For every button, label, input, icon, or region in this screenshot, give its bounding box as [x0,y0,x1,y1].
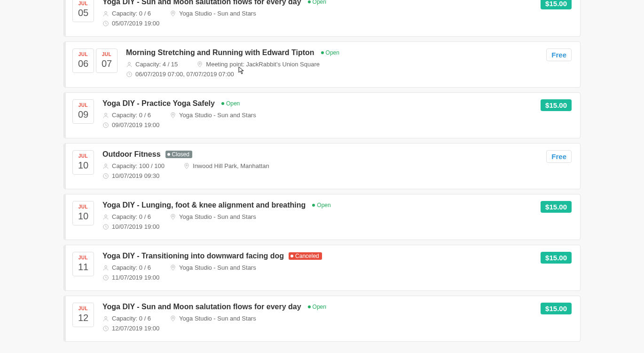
svg-point-12 [105,215,107,217]
event-card[interactable]: JUL12Yoga DIY - Sun and Moon salutation … [63,296,581,342]
location-text: Yoga Studio - Sun and Stars [179,264,256,271]
date-column: JUL10 [72,201,94,233]
date-month: JUL [96,49,117,57]
status-badge: Closed [165,151,192,158]
date-day: 05 [73,6,94,19]
datetime-text: 10/07/2019 09:30 [112,172,159,179]
datetime-text: 10/07/2019 19:00 [112,223,159,230]
svg-point-4 [199,63,201,64]
event-card[interactable]: JUL11Yoga DIY - Transitioning into downw… [63,245,581,291]
capacity-text: Capacity: 0 / 6 [112,10,151,17]
datetime-text: 05/07/2019 19:00 [112,20,159,27]
svg-point-9 [105,164,107,166]
event-card[interactable]: JUL06JUL07Morning Stretching and Running… [63,41,581,88]
location: Meeting point: JackRabbit's Union Square [196,61,320,68]
price-column: $15.00 [541,303,572,335]
title-row: Yoga DIY - Sun and Moon salutation flows… [102,303,541,311]
clock-icon [102,122,109,128]
datetime-text: 09/07/2019 19:00 [112,121,159,128]
person-icon [102,163,109,169]
person-icon [102,112,109,119]
event-title[interactable]: Outdoor Fitness [102,150,161,159]
price-badge[interactable]: Free [546,48,572,61]
location-text: Yoga Studio - Sun and Stars [179,213,256,220]
status-dot-icon [221,102,224,105]
meta-row: Capacity: 0 / 6Yoga Studio - Sun and Sta… [102,264,541,271]
price-badge[interactable]: $15.00 [541,99,572,111]
datetime: 09/07/2019 19:00 [102,121,159,128]
event-title[interactable]: Yoga DIY - Sun and Moon salutation flows… [102,0,301,6]
meta-row: Capacity: 100 / 100Inwood Hill Park, Man… [102,162,546,169]
person-icon [102,265,109,271]
status-badge: Open [306,303,329,311]
datetime: 10/07/2019 19:00 [102,223,159,230]
person-icon [126,61,133,68]
svg-point-3 [128,62,131,64]
svg-point-16 [173,266,174,267]
event-title[interactable]: Yoga DIY - Practice Yoga Safely [102,99,215,108]
meta-row: 12/07/2019 19:00 [102,325,541,332]
location: Yoga Studio - Sun and Stars [170,213,256,220]
event-body: Yoga DIY - Transitioning into downward f… [102,252,541,284]
datetime: 05/07/2019 19:00 [102,20,159,27]
date-box: JUL10 [72,150,94,175]
title-row: Yoga DIY - Sun and Moon salutation flows… [102,0,541,6]
event-body: Outdoor FitnessClosedCapacity: 100 / 100… [102,150,546,182]
date-month: JUL [73,303,94,311]
capacity: Capacity: 0 / 6 [102,264,151,271]
event-title[interactable]: Morning Stretching and Running with Edwa… [126,48,314,57]
status-dot-icon [308,305,311,308]
clock-icon [126,71,133,78]
date-column: JUL12 [72,303,94,335]
clock-icon [102,325,109,332]
price-badge[interactable]: $15.00 [541,303,572,314]
meta-row: 09/07/2019 19:00 [102,121,541,128]
capacity: Capacity: 0 / 6 [102,10,151,17]
date-box: JUL12 [72,303,94,327]
price-column: $15.00 [541,99,572,131]
event-title[interactable]: Yoga DIY - Transitioning into downward f… [102,252,284,260]
title-row: Morning Stretching and Running with Edwa… [126,48,546,57]
date-day: 10 [73,159,94,172]
event-card[interactable]: JUL05Yoga DIY - Sun and Moon salutation … [63,0,581,37]
meta-row: Capacity: 0 / 6Yoga Studio - Sun and Sta… [102,213,541,220]
status-label: Open [313,0,326,5]
capacity-text: Capacity: 4 / 15 [135,61,178,68]
price-badge[interactable]: $15.00 [541,252,572,264]
svg-point-0 [105,11,107,14]
location-icon [196,61,203,68]
location-text: Yoga Studio - Sun and Stars [179,112,256,119]
event-title[interactable]: Yoga DIY - Lunging, foot & knee alignmen… [102,201,306,209]
status-dot-icon [308,0,311,3]
date-box: JUL11 [72,252,94,276]
price-badge[interactable]: $15.00 [541,201,572,213]
location-icon [170,112,176,119]
meta-row: Capacity: 0 / 6Yoga Studio - Sun and Sta… [102,315,541,322]
event-list: JUL05Yoga DIY - Sun and Moon salutation … [63,0,581,342]
event-card[interactable]: JUL10Yoga DIY - Lunging, foot & knee ali… [63,194,581,240]
title-row: Yoga DIY - Lunging, foot & knee alignmen… [102,201,541,209]
location-icon [170,315,176,322]
location-text: Yoga Studio - Sun and Stars [179,10,256,17]
status-label: Open [226,100,240,107]
price-badge[interactable]: $15.00 [541,0,572,9]
date-day: 11 [73,260,94,273]
date-month: JUL [73,100,94,108]
svg-point-18 [105,316,107,319]
date-month: JUL [73,0,94,6]
status-badge: Canceled [289,252,322,260]
status-label: Canceled [295,253,319,259]
event-card[interactable]: JUL09Yoga DIY - Practice Yoga SafelyOpen… [63,92,581,138]
event-title[interactable]: Yoga DIY - Sun and Moon salutation flows… [102,303,301,311]
meta-row: 06/07/2019 07:00, 07/07/2019 07:00 [126,71,546,78]
svg-point-10 [186,164,188,166]
location: Inwood Hill Park, Manhattan [183,162,269,169]
price-column: Free [546,48,572,80]
date-month: JUL [73,49,94,57]
capacity: Capacity: 0 / 6 [102,112,151,119]
event-card[interactable]: JUL10Outdoor FitnessClosedCapacity: 100 … [63,143,581,189]
price-badge[interactable]: Free [546,150,572,163]
date-day: 06 [73,57,94,70]
capacity: Capacity: 0 / 6 [102,315,151,322]
location: Yoga Studio - Sun and Stars [170,10,256,17]
